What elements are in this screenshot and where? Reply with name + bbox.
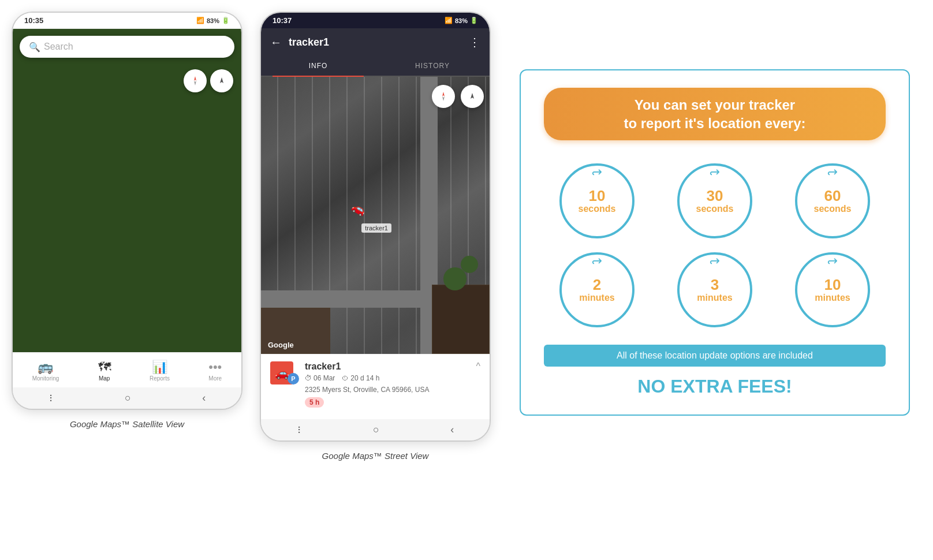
circle-10-minutes: ↩ 10 minutes	[779, 252, 886, 327]
monitoring-icon: 🚌	[38, 361, 53, 374]
map-direction-button[interactable]	[210, 69, 233, 92]
info-banner: All of these location update options are…	[544, 345, 886, 367]
circle-unit-2min: minutes	[579, 293, 614, 303]
arrow-icon-60: ↩	[827, 165, 838, 180]
circle-10-seconds: ↩ 10 seconds	[544, 163, 650, 238]
tab-history-label: HISTORY	[415, 62, 450, 70]
circle-unit-30: seconds	[696, 204, 734, 214]
circle-text-10: 10 seconds	[579, 188, 616, 214]
map-compass-button[interactable]	[184, 69, 207, 92]
tab-history[interactable]: HISTORY	[375, 56, 490, 76]
tracker-name-row: tracker1 ^	[305, 361, 480, 372]
phone2-column: 10:37 📶 83% 🔋 ← tracker1 ⋮ INFO HIS	[260, 12, 491, 461]
more-options-button[interactable]: ⋮	[469, 35, 480, 49]
phone1-mockup: 10:35 📶 83% 🔋 🔍 Search	[12, 12, 242, 410]
more-label: More	[208, 375, 222, 382]
aerial-map: 🚗 tracker1 Google	[261, 77, 490, 354]
sys2-menu-button[interactable]: ⫶	[297, 424, 302, 436]
green-area-2	[461, 256, 478, 273]
aerial-tracker-label: tracker1	[361, 223, 391, 233]
phone1-battery-icon: 🔋	[222, 17, 230, 24]
phone2-mockup: 10:37 📶 83% 🔋 ← tracker1 ⋮ INFO HIS	[260, 12, 491, 442]
arrow-icon-10: ↩	[592, 165, 602, 180]
circle-unit-10: seconds	[579, 204, 616, 214]
sys-back-button[interactable]: ‹	[202, 392, 206, 404]
circle-number-10: 10	[579, 188, 616, 204]
phone1-status-icons: 📶 83% 🔋	[196, 17, 230, 24]
map-label: Map	[99, 375, 110, 382]
phone2-system-nav: ⫶ ○ ‹	[261, 419, 490, 440]
google-brand-aerial: Google	[268, 341, 294, 349]
phone1-wifi-icon: 📶	[196, 17, 204, 24]
circle-unit-3min: minutes	[697, 293, 732, 303]
sys2-home-button[interactable]: ○	[373, 424, 379, 436]
monitoring-label: Monitoring	[32, 375, 59, 382]
arrow-icon-10min: ↩	[827, 253, 838, 268]
svg-marker-4	[442, 96, 445, 101]
circle-30-seconds: ↩ 30 seconds	[662, 163, 768, 238]
search-input-placeholder[interactable]: Search	[44, 42, 73, 52]
clock-icon: ⏱	[305, 374, 312, 382]
search-bar[interactable]: 🔍 Search	[20, 36, 234, 58]
circle-number-10min: 10	[815, 277, 850, 293]
phone1-battery-label: 83%	[207, 17, 219, 24]
phone2-time: 10:37	[273, 16, 292, 25]
satellite-map-area: 🔍 Search	[13, 29, 241, 352]
phone1-status-bar: 10:35 📶 83% 🔋	[13, 13, 241, 29]
map-icon: 🗺	[98, 361, 111, 374]
tracker-address: 2325 Myers St, Oroville, CA 95966, USA	[305, 386, 480, 394]
time-badge: 5 h	[305, 397, 324, 408]
nav-monitoring[interactable]: 🚌 Monitoring	[23, 359, 69, 384]
phone2-status-bar: 10:37 📶 83% 🔋	[261, 13, 490, 28]
circle-2-minutes: ↩ 2 minutes	[544, 252, 650, 327]
infographic-container: You can set your tracker to report it's …	[520, 69, 910, 415]
nav-more[interactable]: ••• More	[199, 359, 231, 384]
circle-text-2min: 2 minutes	[579, 277, 614, 303]
tracker-info-text: tracker1 ^ ⏱ 06 Mar ⏲ 20 d 14 h	[305, 361, 480, 408]
phone1-caption: Google Maps™ Satellite View	[70, 419, 184, 429]
svg-marker-5	[471, 93, 474, 99]
circle-outer-60: ↩ 60 seconds	[795, 163, 870, 238]
circle-text-10min: 10 minutes	[815, 277, 850, 303]
circle-outer-30: ↩ 30 seconds	[677, 163, 752, 238]
nav-map[interactable]: 🗺 Map	[89, 359, 120, 384]
sys-menu-button[interactable]: ⫶	[48, 392, 54, 404]
circle-unit-60: seconds	[814, 204, 852, 214]
circle-outer-10: ↩ 10 seconds	[559, 163, 635, 238]
phone2-status-icons: 📶 83% 🔋	[445, 17, 478, 24]
svg-marker-3	[442, 92, 445, 96]
nav-reports[interactable]: 📊 Reports	[140, 359, 179, 384]
headline-line1: You can set your tracker	[635, 97, 795, 113]
reports-label: Reports	[150, 375, 170, 382]
expand-button[interactable]: ^	[476, 361, 480, 372]
tab-info[interactable]: INFO	[261, 56, 375, 76]
app-title: tracker1	[289, 36, 462, 48]
circle-outer-2min: ↩ 2 minutes	[559, 252, 635, 327]
main-headline: You can set your tracker to report it's …	[544, 88, 886, 140]
aerial-direction-button[interactable]	[461, 85, 484, 108]
tab-bar: INFO HISTORY	[261, 56, 490, 77]
right-panel: You can set your tracker to report it's …	[508, 12, 921, 473]
circle-unit-10min: minutes	[815, 293, 850, 303]
phone1-system-nav: ⫶ ○ ‹	[13, 387, 241, 409]
tracker-duration: ⏲ 20 d 14 h	[342, 374, 379, 382]
phone2-battery-icon: 🔋	[470, 17, 478, 24]
tracker-name: tracker1	[305, 361, 341, 372]
sys-home-button[interactable]: ○	[125, 392, 131, 404]
circle-number-2min: 2	[579, 277, 614, 293]
arrow-icon-30: ↩	[710, 165, 720, 180]
tracker-duration-value: 20 d 14 h	[350, 374, 379, 382]
aerial-compass-button[interactable]	[432, 85, 455, 108]
svg-marker-0	[194, 76, 196, 81]
circles-grid: ↩ 10 seconds ↩ 30 seconds	[544, 163, 886, 327]
tracker-meta: ⏱ 06 Mar ⏲ 20 d 14 h	[305, 374, 480, 382]
bottom-nav: 🚌 Monitoring 🗺 Map 📊 Reports ••• More	[13, 352, 241, 387]
parking-badge: P	[288, 373, 299, 384]
circle-3-minutes: ↩ 3 minutes	[662, 252, 768, 327]
sys2-back-button[interactable]: ‹	[450, 424, 454, 436]
back-button[interactable]: ←	[270, 36, 282, 49]
circle-text-60: 60 seconds	[814, 188, 852, 214]
phone2-caption: Google Maps™ Street View	[322, 451, 429, 461]
circle-60-seconds: ↩ 60 seconds	[779, 163, 886, 238]
tracker-info-header: 🚗 P tracker1 ^ ⏱ 06 Mar	[270, 361, 480, 408]
